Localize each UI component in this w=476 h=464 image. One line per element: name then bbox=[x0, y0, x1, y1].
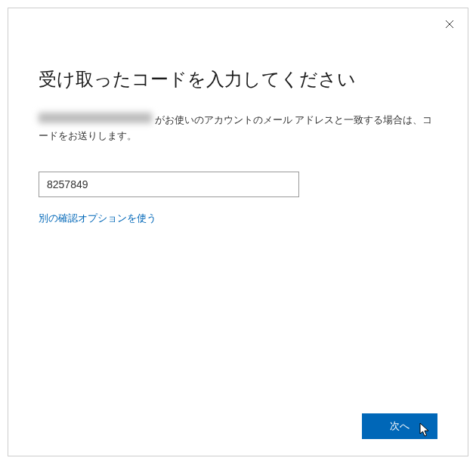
alt-verification-link[interactable]: 別の確認オプションを使う bbox=[39, 212, 156, 224]
verification-dialog: 受け取ったコードを入力してください がお使いのアカウントのメール アドレスと一致… bbox=[8, 8, 468, 456]
next-button[interactable]: 次へ bbox=[362, 413, 437, 439]
page-title: 受け取ったコードを入力してください bbox=[39, 67, 437, 91]
code-input[interactable] bbox=[39, 172, 299, 197]
dialog-footer: 次へ bbox=[362, 413, 437, 439]
dialog-content: 受け取ったコードを入力してください がお使いのアカウントのメール アドレスと一致… bbox=[8, 8, 468, 225]
close-icon bbox=[445, 18, 454, 32]
close-button[interactable] bbox=[444, 19, 456, 31]
redacted-email bbox=[39, 113, 152, 123]
description-text: がお使いのアカウントのメール アドレスと一致する場合は、コードをお送りします。 bbox=[39, 113, 437, 144]
